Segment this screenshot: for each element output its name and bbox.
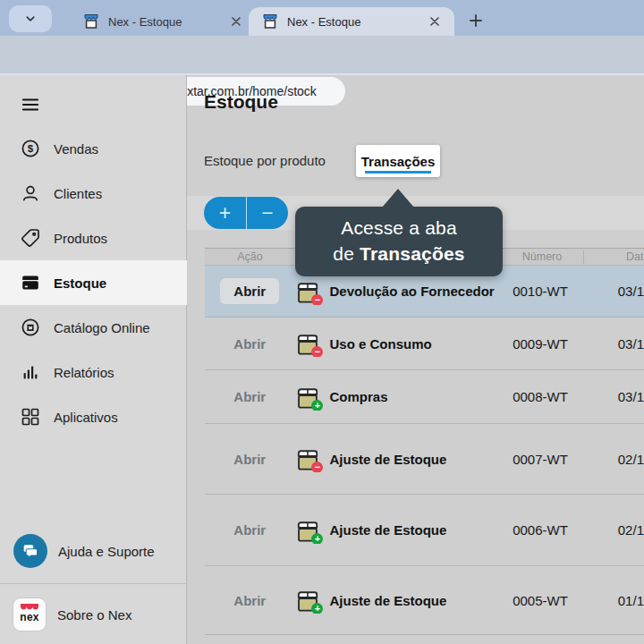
- type-cell: − Ajuste de Estoque: [294, 445, 499, 472]
- type-cell: + Compras: [294, 384, 499, 411]
- transaction-number: 0006-WT: [499, 522, 581, 538]
- table-row[interactable]: Abrir − Uso e Consumo 0009-WT 03/1: [205, 318, 644, 370]
- transaction-number: 0008-WT: [499, 389, 581, 404]
- minus-badge-icon: −: [311, 462, 323, 472]
- transaction-type: Ajuste de Estoque: [329, 593, 446, 608]
- column-header-acao[interactable]: Ação: [205, 250, 295, 263]
- transaction-number: 0009-WT: [499, 336, 581, 352]
- open-button[interactable]: Abrir: [220, 278, 279, 304]
- sidebar-item-vendas[interactable]: $Vendas: [0, 126, 187, 171]
- sidebar-item-label: Clientes: [54, 186, 102, 201]
- plus-badge-icon: +: [311, 533, 323, 544]
- grid-icon: [20, 406, 41, 428]
- browser-tab-inactive[interactable]: Nex - Estoque: [82, 7, 243, 36]
- sidebar-item-label: Vendas: [54, 141, 98, 157]
- svg-text:$: $: [28, 143, 34, 154]
- web-app: $VendasClientesProdutosEstoqueCatálogo O…: [0, 75, 644, 644]
- sidebar: $VendasClientesProdutosEstoqueCatálogo O…: [0, 75, 187, 644]
- sidebar-nav: $VendasClientesProdutosEstoqueCatálogo O…: [0, 126, 187, 439]
- transaction-date: 02/1: [581, 522, 644, 538]
- sidebar-item-relat-rios[interactable]: Relatórios: [0, 350, 187, 394]
- sidebar-item-produtos[interactable]: Produtos: [0, 216, 187, 260]
- minus-badge-icon: −: [311, 294, 323, 305]
- transaction-date: 03/1: [581, 389, 644, 404]
- package-box-icon: −: [294, 330, 321, 357]
- table-row[interactable]: Abrir − Ajuste de Estoque 0007-WT 02/1: [205, 424, 644, 495]
- browser-toolbar: web.nextar.com.br/home/stock: [0, 36, 644, 75]
- table-row[interactable]: Abrir + Ajuste de Estoque 0006-WT 02/1: [205, 495, 644, 566]
- add-transaction-button[interactable]: +: [204, 197, 246, 229]
- column-header-numero[interactable]: Número: [501, 250, 583, 263]
- hamburger-icon: [20, 94, 41, 115]
- person-icon: [20, 182, 41, 204]
- nex-logo: nex: [13, 597, 47, 631]
- sidebar-item-about[interactable]: nex Sobre o Nex: [0, 591, 187, 638]
- action-cell: Abrir: [205, 389, 294, 404]
- remove-transaction-button[interactable]: −: [246, 197, 288, 229]
- transactions-table: Abrir − Devolução ao Fornecedor 0010-WT …: [205, 266, 644, 635]
- sidebar-divider: [0, 583, 187, 584]
- sidebar-item-label: Relatórios: [54, 365, 114, 380]
- open-button[interactable]: Abrir: [233, 593, 266, 608]
- sidebar-item-clientes[interactable]: Clientes: [0, 171, 187, 216]
- transaction-date: 02/1: [581, 452, 644, 467]
- tab-title: Nex - Estoque: [108, 15, 220, 29]
- sidebar-item-cat-logo-online[interactable]: Catálogo Online: [0, 305, 187, 350]
- transaction-type: Ajuste de Estoque: [329, 452, 446, 467]
- tooltip-line1: Acesse a aba: [295, 215, 503, 241]
- sidebar-item-help[interactable]: Ajuda e Suporte: [0, 529, 187, 573]
- box-icon: [20, 272, 41, 293]
- tag-icon: [20, 227, 41, 249]
- package-box-icon: −: [294, 278, 321, 305]
- tab-strip: Nex - Estoque Nex - Estoque: [0, 0, 644, 36]
- open-button[interactable]: Abrir: [233, 522, 266, 538]
- tab-close-icon[interactable]: [229, 14, 243, 29]
- tab-transacoes[interactable]: Transações: [356, 145, 440, 177]
- action-cell: Abrir: [205, 452, 294, 467]
- coachmark-tooltip: Acesse a aba de Transações: [295, 207, 503, 276]
- package-box-icon: +: [294, 517, 321, 544]
- action-cell: Abrir: [205, 336, 294, 352]
- plus-badge-icon: +: [311, 400, 323, 411]
- menu-toggle-button[interactable]: [20, 94, 41, 115]
- sidebar-item-label: Aplicativos: [54, 410, 118, 425]
- nex-logo-text: nex: [20, 612, 38, 623]
- tab-search-button[interactable]: [9, 5, 52, 32]
- browser-window: Nex - Estoque Nex - Estoque: [0, 0, 644, 644]
- transaction-date: 01/1: [581, 593, 644, 608]
- minus-badge-icon: −: [311, 346, 323, 357]
- storefront-circle-icon: [20, 317, 41, 338]
- plus-badge-icon: +: [311, 603, 323, 614]
- nex-favicon-icon: [82, 13, 100, 30]
- new-tab-button[interactable]: [463, 8, 488, 33]
- type-cell: − Devolução ao Fornecedor: [294, 278, 499, 305]
- action-cell: Abrir: [205, 522, 294, 538]
- transaction-buttons: + −: [204, 197, 288, 229]
- table-row[interactable]: Abrir + Ajuste de Estoque 0005-WT 01/1: [205, 566, 644, 635]
- page-title: Estoque: [204, 91, 278, 113]
- tab-label: Transações: [361, 154, 436, 169]
- sidebar-item-label: Sobre o Nex: [57, 607, 131, 623]
- transaction-number: 0007-WT: [499, 452, 581, 467]
- tab-close-icon[interactable]: [428, 14, 442, 29]
- sidebar-item-label: Catálogo Online: [54, 320, 150, 335]
- transaction-type: Devolução ao Fornecedor: [329, 284, 494, 299]
- tooltip-line2: de Transações: [295, 241, 503, 267]
- table-row[interactable]: Abrir + Compras 0008-WT 03/1: [205, 370, 644, 424]
- transaction-number: 0005-WT: [499, 593, 581, 608]
- bar-chart-icon: [20, 361, 41, 383]
- open-button[interactable]: Abrir: [233, 336, 266, 352]
- tab-title: Nex - Estoque: [287, 15, 419, 29]
- chevron-down-icon: [22, 11, 38, 27]
- transaction-type: Uso e Consumo: [329, 336, 431, 352]
- sidebar-item-aplicativos[interactable]: Aplicativos: [0, 394, 187, 439]
- transaction-date: 03/1: [581, 284, 644, 299]
- transaction-type: Compras: [329, 389, 387, 404]
- action-cell: Abrir: [205, 278, 294, 304]
- column-header-data[interactable]: Dat: [584, 250, 644, 263]
- browser-tab-active[interactable]: Nex - Estoque: [249, 7, 454, 36]
- open-button[interactable]: Abrir: [233, 452, 266, 467]
- tab-estoque-por-produto[interactable]: Estoque por produto: [204, 153, 326, 168]
- sidebar-item-estoque[interactable]: Estoque: [0, 260, 187, 305]
- open-button[interactable]: Abrir: [233, 389, 266, 404]
